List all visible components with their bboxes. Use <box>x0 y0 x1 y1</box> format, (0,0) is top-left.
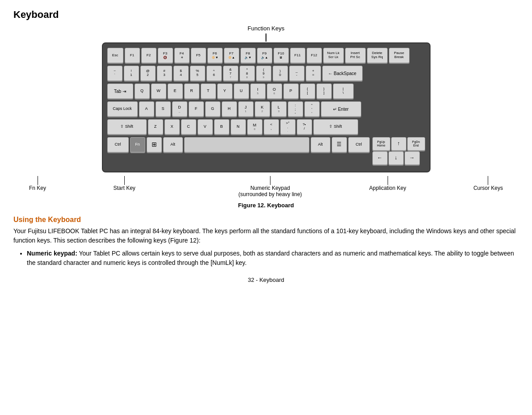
key-4[interactable]: $4 <box>173 66 189 81</box>
key-n[interactable]: N <box>231 119 246 134</box>
bullet-bold: Numeric keypad: <box>27 250 77 257</box>
key-semicolon[interactable]: :;+ <box>288 101 303 117</box>
key-z[interactable]: Z <box>148 119 163 134</box>
bullet-text: Your Tablet PC allows certain keys to se… <box>27 250 514 266</box>
page-number: 32 - Keyboard <box>13 277 519 283</box>
key-ctrl-left[interactable]: Ctrl <box>107 137 129 152</box>
body-paragraph: Your Fujitsu LIFEBOOK Tablet PC has an i… <box>13 226 519 245</box>
key-f9[interactable]: F9🔈▲ <box>257 48 272 63</box>
key-w[interactable]: W <box>151 84 166 99</box>
key-f2[interactable]: F2 <box>141 48 156 63</box>
key-capslock[interactable]: Caps Lock <box>107 101 138 117</box>
key-backspace[interactable]: ← BackSpace <box>322 66 363 81</box>
key-tilde[interactable]: ~` <box>107 66 122 81</box>
key-b[interactable]: B <box>214 119 229 134</box>
key-minus[interactable]: _- <box>289 66 304 81</box>
key-right[interactable]: → <box>405 151 420 165</box>
key-2[interactable]: @2 <box>140 66 156 81</box>
key-alt-left[interactable]: Alt <box>163 137 183 152</box>
key-bracket-left[interactable]: {[ <box>300 84 315 99</box>
key-e[interactable]: E <box>168 84 183 99</box>
key-g[interactable]: G <box>205 101 220 117</box>
section-heading: Using the Keyboard <box>13 216 519 224</box>
key-f12[interactable]: F12 <box>307 48 322 63</box>
key-y[interactable]: Y <box>217 84 232 99</box>
key-1[interactable]: !1 <box>124 66 139 81</box>
start-key-label: Start Key <box>113 176 135 191</box>
key-f5[interactable]: F5 <box>191 48 206 63</box>
key-f3[interactable]: F3🔇 <box>158 48 173 63</box>
cursor-keys-label: Cursor Keys <box>473 176 503 191</box>
numeric-keypad-label: Numeric Keypad(surrounded by heavy line) <box>238 176 302 197</box>
key-fn[interactable]: Fn <box>130 137 145 152</box>
key-t[interactable]: T <box>201 84 216 99</box>
key-f8[interactable]: F8🔈▼ <box>241 48 256 63</box>
key-pgdn[interactable]: PgDnEnd <box>407 137 425 151</box>
key-5[interactable]: %5 <box>190 66 205 81</box>
key-9[interactable]: (99 <box>256 66 271 81</box>
key-p[interactable]: P <box>283 84 299 99</box>
key-u[interactable]: U <box>234 84 249 99</box>
key-f11[interactable]: F11 <box>290 48 305 63</box>
figure-caption: Figure 12. Keyboard <box>13 202 519 209</box>
key-down[interactable]: ↓ <box>388 151 404 165</box>
keyboard-image: Esc F1 F2 F3🔇 F4☀ F5 F6🔅▼ F7🔅▲ F8🔈▼ F9🔈▲… <box>102 42 431 172</box>
key-7[interactable]: &77 <box>223 66 238 81</box>
key-l[interactable]: L3 <box>271 101 287 117</box>
key-0[interactable]: )0 <box>273 66 288 81</box>
key-f1[interactable]: F1 <box>125 48 140 63</box>
keyboard-diagram: Function Keys Esc F1 F2 F3🔇 F4☀ F5 F6🔅▼ … <box>13 25 519 197</box>
key-comma[interactable]: <, <box>264 119 279 134</box>
key-x[interactable]: X <box>165 119 180 134</box>
key-q[interactable]: Q <box>135 84 150 99</box>
key-application[interactable]: ☰ <box>332 137 347 152</box>
key-f7[interactable]: F7🔅▲ <box>224 48 239 63</box>
function-keys-label: Function Keys <box>248 25 284 32</box>
key-space[interactable] <box>184 137 309 152</box>
key-shift-left[interactable]: ⇧ Shift <box>107 119 147 134</box>
key-f[interactable]: F <box>189 101 204 117</box>
key-delete[interactable]: DeleteSys Rq <box>367 48 388 63</box>
key-left[interactable]: ← <box>372 151 388 165</box>
key-esc[interactable]: Esc <box>107 48 123 63</box>
key-tab[interactable]: Tab ⇥ <box>107 84 133 99</box>
key-r[interactable]: R <box>184 84 199 99</box>
key-alt-right[interactable]: Alt <box>311 137 330 152</box>
key-3[interactable]: #3 <box>157 66 172 81</box>
key-equals[interactable]: += <box>306 66 321 81</box>
key-period[interactable]: >°.. <box>280 119 296 134</box>
key-ctrl-right[interactable]: Ctrl <box>348 137 370 152</box>
key-f10[interactable]: F10🖥 <box>274 48 289 63</box>
key-windows[interactable]: ⊞ <box>147 137 162 152</box>
key-pgup[interactable]: PgUpHome <box>372 137 390 151</box>
key-pause[interactable]: PauseBreak <box>389 48 410 63</box>
key-v[interactable]: V <box>198 119 213 134</box>
page-title: Keyboard <box>13 9 519 21</box>
key-backslash[interactable]: |\ <box>333 84 354 99</box>
key-6[interactable]: ^6 <box>207 66 222 81</box>
key-j[interactable]: J1 <box>238 101 253 117</box>
key-enter[interactable]: ↵ Enter <box>321 101 361 117</box>
key-a[interactable]: A <box>139 101 154 117</box>
application-key-label: Application Key <box>369 176 406 191</box>
fn-key-label: Fn Key <box>29 176 46 191</box>
key-d[interactable]: D_ <box>172 101 187 117</box>
key-o[interactable]: O6 <box>267 84 282 99</box>
key-h[interactable]: H <box>222 101 237 117</box>
key-bracket-right[interactable]: }] <box>317 84 332 99</box>
key-8[interactable]: *88 <box>240 66 255 81</box>
key-i[interactable]: I5 <box>250 84 266 99</box>
key-f6[interactable]: F6🔅▼ <box>207 48 223 63</box>
key-slash[interactable]: ?•/ <box>297 119 312 134</box>
bullet-numeric-keypad: Numeric keypad: Your Tablet PC allows ce… <box>27 249 519 268</box>
key-insert[interactable]: InsertPrt Sc <box>345 48 366 63</box>
key-m[interactable]: M0 <box>247 119 262 134</box>
key-quote[interactable]: "'* <box>304 101 320 117</box>
key-c[interactable]: C <box>181 119 196 134</box>
key-shift-right[interactable]: ⇧ Shift <box>313 119 358 134</box>
key-s[interactable]: S <box>156 101 171 117</box>
key-up[interactable]: ↑ <box>391 137 406 151</box>
key-numlk[interactable]: Num LkScr Lk <box>323 48 344 63</box>
key-k[interactable]: K2 <box>255 101 270 117</box>
key-f4[interactable]: F4☀ <box>174 48 190 63</box>
